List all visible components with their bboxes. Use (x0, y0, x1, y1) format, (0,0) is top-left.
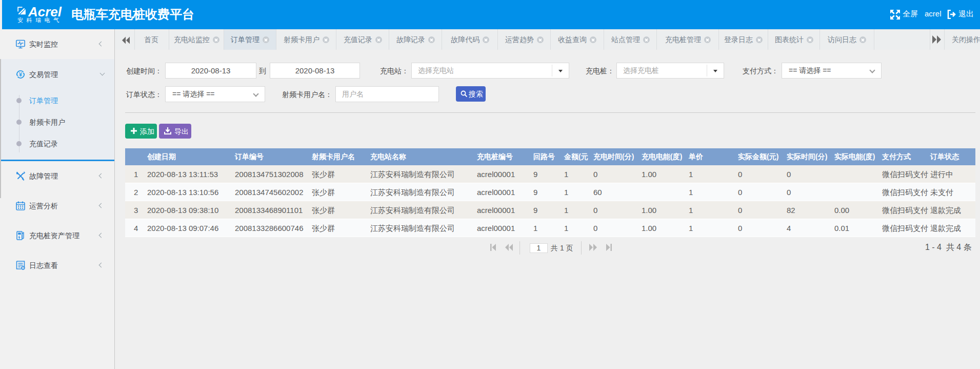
svg-text:¥: ¥ (19, 71, 23, 77)
